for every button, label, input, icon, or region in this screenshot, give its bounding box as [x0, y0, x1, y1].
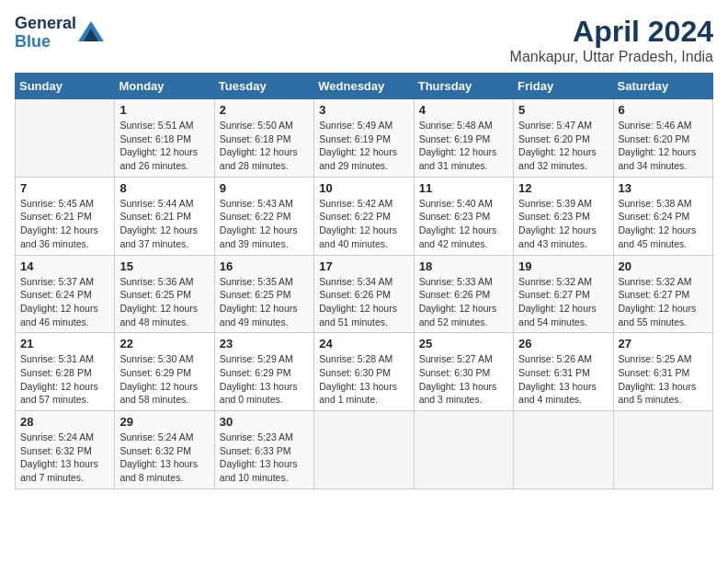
day-detail: Sunrise: 5:33 AM Sunset: 6:26 PM Dayligh… [419, 275, 508, 329]
table-row: 24Sunrise: 5:28 AM Sunset: 6:30 PM Dayli… [314, 333, 414, 411]
table-row: 3Sunrise: 5:49 AM Sunset: 6:19 PM Daylig… [314, 99, 414, 178]
table-row: 18Sunrise: 5:33 AM Sunset: 6:26 PM Dayli… [414, 255, 513, 333]
table-row: 8Sunrise: 5:44 AM Sunset: 6:21 PM Daylig… [115, 177, 214, 255]
day-number: 21 [20, 337, 109, 350]
day-detail: Sunrise: 5:34 AM Sunset: 6:26 PM Dayligh… [319, 275, 408, 329]
logo-text: GeneralBlue [15, 15, 76, 52]
day-detail: Sunrise: 5:38 AM Sunset: 6:24 PM Dayligh… [619, 197, 708, 251]
day-number: 30 [220, 415, 309, 429]
day-detail: Sunrise: 5:47 AM Sunset: 6:20 PM Dayligh… [518, 119, 608, 173]
table-row: 17Sunrise: 5:34 AM Sunset: 6:26 PM Dayli… [314, 255, 414, 333]
day-detail: Sunrise: 5:30 AM Sunset: 6:29 PM Dayligh… [119, 352, 209, 407]
day-number: 19 [518, 259, 608, 273]
day-number: 4 [419, 103, 508, 117]
table-row: 25Sunrise: 5:27 AM Sunset: 6:30 PM Dayli… [414, 333, 513, 411]
calendar-title: April 2024 [510, 15, 713, 49]
day-detail: Sunrise: 5:36 AM Sunset: 6:25 PM Dayligh… [119, 275, 209, 329]
day-number: 14 [20, 259, 109, 273]
table-row [16, 99, 115, 178]
day-detail: Sunrise: 5:42 AM Sunset: 6:22 PM Dayligh… [319, 197, 408, 251]
day-number: 17 [319, 259, 408, 273]
day-detail: Sunrise: 5:35 AM Sunset: 6:25 PM Dayligh… [220, 275, 309, 329]
day-detail: Sunrise: 5:31 AM Sunset: 6:28 PM Dayligh… [20, 352, 109, 407]
day-detail: Sunrise: 5:32 AM Sunset: 6:27 PM Dayligh… [619, 275, 708, 329]
header: GeneralBlue April 2024 Mankapur, Uttar P… [15, 15, 713, 65]
day-number: 5 [518, 103, 608, 117]
day-number: 12 [518, 181, 608, 195]
day-number: 1 [119, 103, 209, 117]
table-row: 27Sunrise: 5:25 AM Sunset: 6:31 PM Dayli… [613, 333, 712, 411]
table-row: 6Sunrise: 5:46 AM Sunset: 6:20 PM Daylig… [613, 99, 712, 178]
calendar-week-row: 7Sunrise: 5:45 AM Sunset: 6:21 PM Daylig… [16, 177, 713, 255]
table-row: 14Sunrise: 5:37 AM Sunset: 6:24 PM Dayli… [16, 255, 115, 333]
day-number: 6 [619, 103, 708, 117]
table-row: 4Sunrise: 5:48 AM Sunset: 6:19 PM Daylig… [414, 99, 513, 178]
day-detail: Sunrise: 5:51 AM Sunset: 6:18 PM Dayligh… [119, 119, 209, 173]
day-detail: Sunrise: 5:48 AM Sunset: 6:19 PM Dayligh… [419, 119, 508, 173]
table-row: 16Sunrise: 5:35 AM Sunset: 6:25 PM Dayli… [214, 255, 313, 333]
title-area: April 2024 Mankapur, Uttar Pradesh, Indi… [510, 15, 713, 65]
day-number: 23 [220, 337, 309, 350]
day-number: 7 [20, 181, 109, 195]
table-row: 9Sunrise: 5:43 AM Sunset: 6:22 PM Daylig… [214, 177, 313, 255]
table-row: 29Sunrise: 5:24 AM Sunset: 6:32 PM Dayli… [115, 411, 214, 489]
table-row: 30Sunrise: 5:23 AM Sunset: 6:33 PM Dayli… [214, 411, 313, 489]
table-row: 22Sunrise: 5:30 AM Sunset: 6:29 PM Dayli… [115, 333, 214, 411]
col-sunday: Sunday [16, 74, 115, 99]
table-row: 7Sunrise: 5:45 AM Sunset: 6:21 PM Daylig… [16, 177, 115, 255]
day-number: 29 [119, 415, 209, 429]
calendar-week-row: 28Sunrise: 5:24 AM Sunset: 6:32 PM Dayli… [16, 411, 713, 489]
table-row: 11Sunrise: 5:40 AM Sunset: 6:23 PM Dayli… [414, 177, 513, 255]
table-row: 12Sunrise: 5:39 AM Sunset: 6:23 PM Dayli… [514, 177, 613, 255]
day-detail: Sunrise: 5:26 AM Sunset: 6:31 PM Dayligh… [518, 352, 608, 407]
day-number: 15 [119, 259, 209, 273]
day-number: 22 [119, 337, 209, 350]
day-detail: Sunrise: 5:39 AM Sunset: 6:23 PM Dayligh… [518, 197, 608, 251]
day-detail: Sunrise: 5:43 AM Sunset: 6:22 PM Dayligh… [220, 197, 309, 251]
calendar-header-row: Sunday Monday Tuesday Wednesday Thursday… [16, 74, 713, 99]
day-number: 2 [220, 103, 309, 117]
table-row [613, 411, 712, 489]
calendar-table: Sunday Monday Tuesday Wednesday Thursday… [15, 73, 713, 489]
table-row: 1Sunrise: 5:51 AM Sunset: 6:18 PM Daylig… [115, 99, 214, 178]
table-row: 13Sunrise: 5:38 AM Sunset: 6:24 PM Dayli… [613, 177, 712, 255]
table-row: 2Sunrise: 5:50 AM Sunset: 6:18 PM Daylig… [214, 99, 313, 178]
day-number: 8 [119, 181, 209, 195]
day-detail: Sunrise: 5:37 AM Sunset: 6:24 PM Dayligh… [20, 275, 109, 329]
day-detail: Sunrise: 5:28 AM Sunset: 6:30 PM Dayligh… [319, 352, 408, 407]
calendar-week-row: 21Sunrise: 5:31 AM Sunset: 6:28 PM Dayli… [16, 333, 713, 411]
col-monday: Monday [115, 74, 214, 99]
day-number: 10 [319, 181, 408, 195]
day-detail: Sunrise: 5:29 AM Sunset: 6:29 PM Dayligh… [220, 352, 309, 407]
logo: GeneralBlue [15, 15, 104, 52]
col-saturday: Saturday [613, 74, 712, 99]
day-detail: Sunrise: 5:27 AM Sunset: 6:30 PM Dayligh… [419, 352, 508, 407]
calendar-week-row: 1Sunrise: 5:51 AM Sunset: 6:18 PM Daylig… [16, 99, 713, 178]
day-number: 16 [220, 259, 309, 273]
day-detail: Sunrise: 5:40 AM Sunset: 6:23 PM Dayligh… [419, 197, 508, 251]
table-row: 21Sunrise: 5:31 AM Sunset: 6:28 PM Dayli… [16, 333, 115, 411]
day-detail: Sunrise: 5:49 AM Sunset: 6:19 PM Dayligh… [319, 119, 408, 173]
day-number: 26 [518, 337, 608, 350]
day-detail: Sunrise: 5:24 AM Sunset: 6:32 PM Dayligh… [119, 431, 209, 485]
day-detail: Sunrise: 5:45 AM Sunset: 6:21 PM Dayligh… [20, 197, 109, 251]
day-number: 20 [619, 259, 708, 273]
table-row: 26Sunrise: 5:26 AM Sunset: 6:31 PM Dayli… [514, 333, 613, 411]
day-detail: Sunrise: 5:23 AM Sunset: 6:33 PM Dayligh… [220, 431, 309, 485]
table-row [314, 411, 414, 489]
calendar-week-row: 14Sunrise: 5:37 AM Sunset: 6:24 PM Dayli… [16, 255, 713, 333]
table-row: 10Sunrise: 5:42 AM Sunset: 6:22 PM Dayli… [314, 177, 414, 255]
table-row: 19Sunrise: 5:32 AM Sunset: 6:27 PM Dayli… [514, 255, 613, 333]
day-detail: Sunrise: 5:50 AM Sunset: 6:18 PM Dayligh… [220, 119, 309, 173]
table-row: 15Sunrise: 5:36 AM Sunset: 6:25 PM Dayli… [115, 255, 214, 333]
day-detail: Sunrise: 5:32 AM Sunset: 6:27 PM Dayligh… [518, 275, 608, 329]
day-number: 3 [319, 103, 408, 117]
table-row: 20Sunrise: 5:32 AM Sunset: 6:27 PM Dayli… [613, 255, 712, 333]
day-number: 13 [619, 181, 708, 195]
calendar-subtitle: Mankapur, Uttar Pradesh, India [510, 49, 713, 65]
day-number: 28 [20, 415, 109, 429]
day-detail: Sunrise: 5:25 AM Sunset: 6:31 PM Dayligh… [619, 352, 708, 407]
day-number: 24 [319, 337, 408, 350]
table-row: 28Sunrise: 5:24 AM Sunset: 6:32 PM Dayli… [16, 411, 115, 489]
col-tuesday: Tuesday [214, 74, 313, 99]
